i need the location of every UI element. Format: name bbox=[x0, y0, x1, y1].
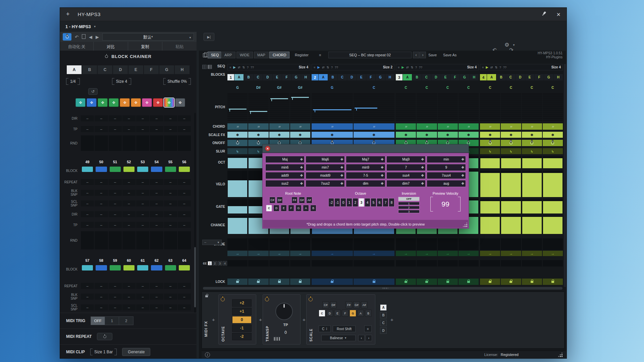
chord-step[interactable]: ♪♪ bbox=[480, 123, 500, 130]
param-cell[interactable]: – bbox=[81, 283, 94, 289]
gear-icon[interactable]: ⚙ bbox=[504, 42, 509, 48]
scale-key-f#[interactable]: F# bbox=[345, 301, 352, 308]
arrows-step[interactable]: → bbox=[312, 251, 353, 256]
lock-step[interactable] bbox=[248, 279, 268, 285]
divide-step[interactable] bbox=[417, 238, 437, 250]
divide-step[interactable] bbox=[248, 238, 268, 250]
group-play-button[interactable]: ▶ bbox=[317, 65, 320, 69]
midi-trig-option-off[interactable]: OFF bbox=[91, 317, 105, 325]
lock-step[interactable] bbox=[543, 279, 563, 285]
transpose-knob[interactable] bbox=[275, 303, 293, 320]
scale-root-spinner[interactable]: C ▲ ▼ bbox=[319, 325, 331, 332]
block-chainer-tab-g[interactable]: G bbox=[159, 65, 174, 74]
block-chainer-tab-d[interactable]: D bbox=[113, 65, 128, 74]
onoff-step[interactable] bbox=[480, 140, 500, 146]
popup-key-d#[interactable]: D# bbox=[277, 197, 283, 203]
chord-item-7sus2[interactable]: 7sus2✥ bbox=[306, 180, 345, 187]
param-cell[interactable] bbox=[164, 231, 177, 249]
arrows-step[interactable]: → bbox=[480, 251, 500, 256]
divide-step[interactable] bbox=[480, 238, 500, 250]
param-cell[interactable]: – bbox=[164, 294, 177, 300]
scale-key-d[interactable]: D bbox=[326, 310, 333, 317]
scalefx-step[interactable]: ✽ bbox=[269, 132, 289, 138]
param-cell[interactable] bbox=[95, 231, 108, 249]
group-letter-b[interactable]: B bbox=[496, 74, 505, 80]
group-letter-f[interactable]: F bbox=[450, 74, 460, 80]
param-cell[interactable]: – bbox=[136, 126, 149, 132]
block-cell[interactable] bbox=[165, 167, 176, 172]
param-cell[interactable]: – bbox=[109, 200, 122, 206]
scalefx-step[interactable]: ✽ bbox=[417, 132, 437, 138]
chain-block-8[interactable]: ✥ bbox=[153, 98, 163, 107]
lock-step[interactable] bbox=[480, 279, 500, 285]
keyboard-icon[interactable] bbox=[274, 337, 280, 341]
chord-step[interactable]: ♪♪ bbox=[248, 123, 268, 130]
group-letter-a[interactable]: A bbox=[234, 74, 244, 80]
chord-step[interactable]: ♪♪ bbox=[227, 123, 248, 130]
param-cell[interactable]: – bbox=[178, 283, 191, 289]
tab-seq[interactable]: SEQ bbox=[208, 52, 222, 58]
param-cell[interactable]: – bbox=[150, 211, 163, 217]
chord-item-maj[interactable]: Maj✥ bbox=[265, 156, 305, 163]
arrows-step[interactable]: → bbox=[269, 251, 289, 256]
chord-item-min9[interactable]: min9✥ bbox=[346, 164, 385, 171]
popup-key-g#[interactable]: G# bbox=[299, 197, 305, 203]
group-letter-d[interactable]: D bbox=[516, 74, 525, 80]
add-module-button[interactable]: + bbox=[303, 317, 306, 322]
arrows-step[interactable]: → bbox=[417, 251, 437, 256]
cc-step[interactable] bbox=[312, 260, 353, 266]
block-cell[interactable] bbox=[96, 167, 107, 172]
param-cell[interactable]: – bbox=[178, 115, 191, 121]
param-cell[interactable]: – bbox=[150, 200, 163, 206]
lock-step[interactable] bbox=[396, 279, 416, 285]
param-cell[interactable]: – bbox=[95, 115, 108, 121]
chord-item-maj7[interactable]: Maj7✥ bbox=[346, 156, 385, 163]
lock-step[interactable] bbox=[438, 279, 458, 285]
lock-step[interactable] bbox=[290, 279, 310, 285]
division-value[interactable]: 1/4 bbox=[66, 78, 80, 85]
tab-arp[interactable]: ARP bbox=[221, 52, 235, 58]
param-cell[interactable]: – bbox=[164, 200, 177, 206]
chord-item-7-5[interactable]: 7-5✥ bbox=[346, 172, 385, 179]
divide-step[interactable] bbox=[354, 238, 395, 250]
midi-trig-option-2[interactable]: 2 bbox=[119, 317, 133, 325]
scalefx-step[interactable]: ✽ bbox=[396, 132, 416, 138]
group-random-icon[interactable]: ? bbox=[415, 66, 417, 69]
param-cell[interactable] bbox=[164, 135, 177, 151]
chord-step[interactable]: ♪♪ bbox=[354, 123, 395, 130]
param-cell[interactable] bbox=[81, 231, 94, 249]
block-cell[interactable] bbox=[179, 167, 190, 172]
chord-step[interactable]: ♪♪ bbox=[269, 123, 289, 130]
chord-item-7sus4[interactable]: 7sus4✥ bbox=[427, 172, 466, 179]
group-letter-a[interactable]: A bbox=[403, 74, 412, 80]
root-shift-button[interactable]: Root Shift bbox=[333, 325, 356, 332]
group-play-button[interactable]: ▶ bbox=[401, 65, 404, 69]
param-cell[interactable]: – bbox=[136, 200, 149, 206]
chord-step[interactable]: ♪♪ bbox=[312, 123, 353, 130]
chord-step[interactable]: ♪♪ bbox=[522, 123, 542, 130]
param-cell[interactable]: – bbox=[178, 126, 191, 132]
group-letter-b[interactable]: B bbox=[328, 74, 337, 80]
popup-key-c[interactable]: C bbox=[266, 205, 272, 212]
group-letter-d[interactable]: D bbox=[431, 74, 440, 80]
param-cell[interactable] bbox=[178, 135, 191, 151]
chord-item-min[interactable]: min✥ bbox=[427, 156, 466, 163]
param-cell[interactable]: – bbox=[122, 190, 136, 196]
param-cell[interactable]: – bbox=[164, 304, 177, 310]
group-letter-h[interactable]: H bbox=[554, 74, 563, 80]
popup-key-a[interactable]: A bbox=[303, 205, 309, 212]
cc-step[interactable] bbox=[269, 260, 289, 266]
block-chainer-tab-a[interactable]: A bbox=[67, 65, 82, 74]
cc-step[interactable] bbox=[459, 260, 479, 266]
chord-button[interactable]: CHORD bbox=[269, 52, 289, 58]
block-cell[interactable] bbox=[110, 167, 121, 172]
octave-option-2[interactable]: 2 bbox=[353, 198, 358, 207]
octave-option-0[interactable]: 0 bbox=[340, 198, 346, 207]
menu-icon[interactable]: ≡ bbox=[319, 52, 321, 58]
undo-icon[interactable]: ↶ bbox=[75, 35, 78, 40]
group-order-icon[interactable]: ⇄ bbox=[238, 66, 240, 69]
param-cell[interactable]: – bbox=[109, 190, 122, 196]
chance-step[interactable] bbox=[501, 216, 521, 234]
param-cell[interactable]: – bbox=[81, 190, 94, 196]
param-cell[interactable]: – bbox=[81, 222, 94, 228]
